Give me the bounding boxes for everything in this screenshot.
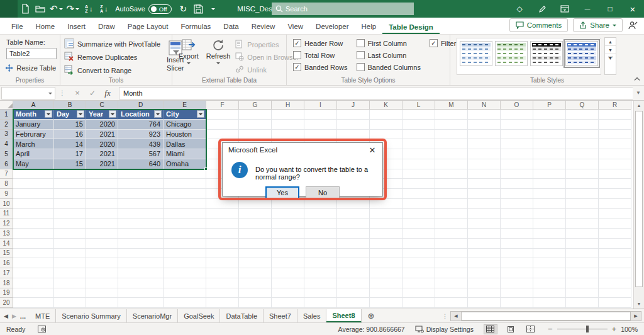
sheet-nav-right-icon[interactable]: ▶ (12, 313, 16, 319)
grid-cell-I19[interactable] (304, 288, 337, 298)
grid-cell-G11[interactable] (239, 209, 272, 219)
table-name-input[interactable]: Table2 (6, 48, 57, 59)
column-header-R[interactable]: R (599, 101, 631, 110)
table-header-cell-year[interactable]: Year (86, 110, 118, 120)
grid-cell-K17[interactable] (370, 268, 402, 278)
insert-function-icon[interactable]: fx (100, 88, 115, 98)
row-header-17[interactable]: 17 (0, 268, 13, 278)
grid-cell-D9[interactable] (118, 189, 164, 199)
grid-cell-R10[interactable] (599, 199, 631, 209)
grid-cell-L1[interactable] (402, 110, 435, 120)
column-header-A[interactable]: A (13, 101, 54, 110)
column-header-D[interactable]: D (118, 101, 164, 110)
grid-cell-A20[interactable] (13, 298, 54, 308)
column-header-H[interactable]: H (272, 101, 304, 110)
minimize-button[interactable]: ─ (576, 0, 599, 18)
grid-cell-G15[interactable] (239, 249, 272, 259)
grid-cell-A17[interactable] (13, 268, 54, 278)
grid-cell-Q12[interactable] (566, 219, 599, 229)
table-cell[interactable]: 2020 (86, 120, 118, 130)
column-header-L[interactable]: L (402, 101, 435, 110)
grid-cell-A15[interactable] (13, 249, 54, 259)
zoom-in-icon[interactable]: + (612, 324, 617, 334)
sync-icon[interactable]: ↻ (175, 0, 191, 18)
table-cell[interactable]: 2021 (86, 149, 118, 159)
column-header-K[interactable]: K (370, 101, 402, 110)
gallery-down-icon[interactable]: ▼ (605, 46, 616, 54)
grid-cell-O3[interactable] (501, 130, 533, 140)
grid-cell-R5[interactable] (599, 149, 631, 159)
grid-cell-N11[interactable] (468, 209, 501, 219)
column-header-P[interactable]: P (533, 101, 566, 110)
grid-cell-N14[interactable] (468, 239, 501, 249)
grid-cell-C17[interactable] (86, 268, 118, 278)
grid-cell-O7[interactable] (501, 169, 533, 179)
grid-cell-N10[interactable] (468, 199, 501, 209)
grid-cell-L15[interactable] (402, 249, 435, 259)
grid-cell-L12[interactable] (402, 219, 435, 229)
last-column-checkbox[interactable] (357, 51, 365, 59)
table-header-cell-day[interactable]: Day (54, 110, 86, 120)
grid-cell-D8[interactable] (118, 179, 164, 189)
grid-cell-O20[interactable] (501, 298, 533, 308)
grid-cell-E20[interactable] (164, 298, 206, 308)
style-option-last-column[interactable]: Last Column (357, 51, 421, 59)
row-header-20[interactable]: 20 (0, 298, 13, 308)
grid-cell-R19[interactable] (599, 288, 631, 298)
grid-cell-I1[interactable] (304, 110, 337, 120)
grid-cell-Q18[interactable] (566, 278, 599, 288)
grid-cell-K14[interactable] (370, 239, 402, 249)
grid-cell-E15[interactable] (164, 249, 206, 259)
grid-cell-B15[interactable] (54, 249, 86, 259)
maximize-button[interactable]: □ (599, 0, 621, 18)
filter-dropdown-icon[interactable] (109, 110, 116, 118)
grid-cell-L17[interactable] (402, 268, 435, 278)
grid-cell-O16[interactable] (501, 258, 533, 268)
grid-cell-P18[interactable] (533, 278, 566, 288)
table-cell[interactable]: April (13, 149, 54, 159)
grid-cell-D16[interactable] (118, 258, 164, 268)
open-file-icon[interactable] (33, 0, 48, 18)
grid-cell-J16[interactable] (337, 258, 370, 268)
table-cell[interactable]: 15 (54, 120, 86, 130)
grid-cell-M9[interactable] (435, 189, 468, 199)
comments-button[interactable]: Comments (509, 18, 569, 32)
grid-cell-M17[interactable] (435, 268, 468, 278)
customize-qat-icon[interactable] (206, 0, 221, 18)
grid-cell-P17[interactable] (533, 268, 566, 278)
grid-cell-A19[interactable] (13, 288, 54, 298)
grid-cell-N9[interactable] (468, 189, 501, 199)
grid-cell-M20[interactable] (435, 298, 468, 308)
row-header-5[interactable]: 5 (0, 149, 13, 159)
grid-cell-E19[interactable] (164, 288, 206, 298)
table-header-cell-city[interactable]: City (164, 110, 206, 120)
grid-cell-Q11[interactable] (566, 209, 599, 219)
grid-cell-O1[interactable] (501, 110, 533, 120)
grid-cell-H2[interactable] (272, 120, 304, 130)
grid-cell-P1[interactable] (533, 110, 566, 120)
row-header-11[interactable]: 11 (0, 209, 13, 219)
filter-dropdown-icon[interactable] (77, 110, 84, 118)
grid-cell-I18[interactable] (304, 278, 337, 288)
gallery-more-icon[interactable]: ▼ (605, 54, 616, 62)
sheet-tab-scenariomgr[interactable]: ScenarioMgr (127, 309, 178, 322)
ribbon-tab-table-design[interactable]: Table Design (382, 20, 440, 35)
sheet-tab-datatable[interactable]: DataTable (220, 309, 264, 322)
grid-cell-K2[interactable] (370, 120, 402, 130)
grid-cell-A14[interactable] (13, 239, 54, 249)
grid-cell-R15[interactable] (599, 249, 631, 259)
cancel-entry-icon[interactable]: × (70, 88, 85, 98)
grid-cell-F19[interactable] (206, 288, 239, 298)
grid-cell-J10[interactable] (337, 199, 370, 209)
grid-cell-N18[interactable] (468, 278, 501, 288)
grid-cell-K18[interactable] (370, 278, 402, 288)
collapse-ribbon-icon[interactable] (634, 76, 640, 82)
grid-cell-H13[interactable] (272, 229, 304, 239)
zoom-slider-thumb[interactable] (586, 326, 589, 332)
name-box-dropdown-icon[interactable] (48, 93, 52, 96)
close-button[interactable]: × (621, 0, 644, 18)
table-cell[interactable]: 764 (118, 120, 164, 130)
grid-cell-O11[interactable] (501, 209, 533, 219)
autosave-control[interactable]: AutoSave Off (115, 4, 172, 14)
grid-cell-F16[interactable] (206, 258, 239, 268)
